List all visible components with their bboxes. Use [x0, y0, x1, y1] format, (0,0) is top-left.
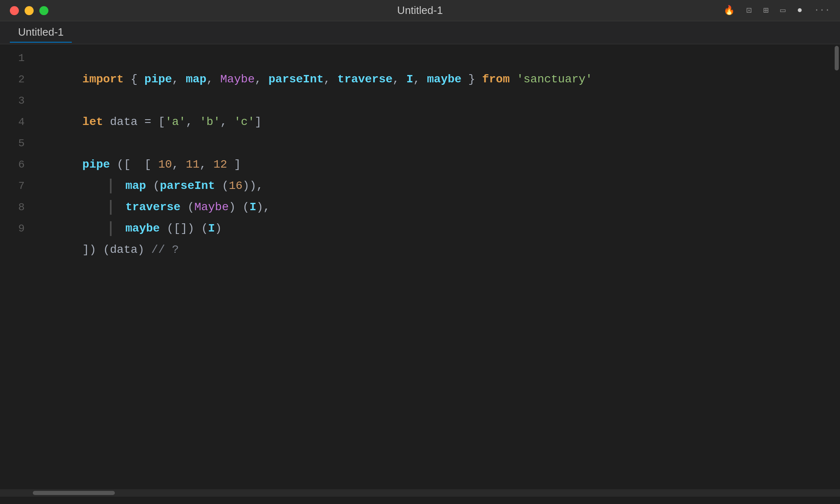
horizontal-scrollbar[interactable]	[0, 489, 840, 497]
code-line-1: import { pipe, map, Maybe, parseInt, tra…	[41, 48, 840, 69]
line-number-4: 4	[0, 111, 25, 133]
more-icon[interactable]: ···	[814, 5, 830, 16]
split-icon[interactable]: ▭	[780, 5, 785, 16]
tab-untitled[interactable]: Untitled-1	[10, 23, 72, 43]
window-title: Untitled-1	[397, 4, 443, 17]
hscrollbar-thumb[interactable]	[33, 491, 115, 495]
titlebar-actions: 🔥 ⊡ ⊞ ▭ ● ···	[724, 5, 830, 16]
maximize-button[interactable]	[39, 6, 48, 15]
traffic-lights[interactable]	[10, 6, 48, 15]
line-numbers-gutter: 1 2 3 4 5 6 7 8 9	[0, 44, 33, 497]
vertical-scrollbar[interactable]	[833, 44, 840, 489]
code-line-5: pipe ([ [ 10, 11, 12 ]	[41, 133, 840, 154]
layout-icon[interactable]: ⊞	[763, 5, 769, 16]
code-line-3: let data = ['a', 'b', 'c']	[41, 90, 840, 111]
line-number-8: 8	[0, 197, 25, 218]
flame-icon[interactable]: 🔥	[724, 5, 735, 16]
line-number-9: 9	[0, 218, 25, 239]
line-number-1: 1	[0, 48, 25, 69]
tabbar: Untitled-1	[0, 21, 840, 44]
dot-icon: ●	[797, 5, 802, 16]
line-number-7: 7	[0, 175, 25, 197]
editor: 1 2 3 4 5 6 7 8 9 import {	[0, 44, 840, 497]
close-button[interactable]	[10, 6, 19, 15]
tab-label: Untitled-1	[18, 26, 64, 38]
vscrollbar-thumb[interactable]	[835, 46, 839, 70]
code-area[interactable]: import { pipe, map, Maybe, parseInt, tra…	[33, 44, 840, 497]
minimize-button[interactable]	[25, 6, 34, 15]
line-number-3: 3	[0, 90, 25, 111]
broadcast-icon[interactable]: ⊡	[746, 5, 751, 16]
keyword-import: import	[82, 73, 124, 86]
line-number-6: 6	[0, 154, 25, 175]
titlebar: Untitled-1 🔥 ⊡ ⊞ ▭ ● ···	[0, 0, 840, 21]
line-number-5: 5	[0, 133, 25, 154]
line-number-2: 2	[0, 69, 25, 90]
